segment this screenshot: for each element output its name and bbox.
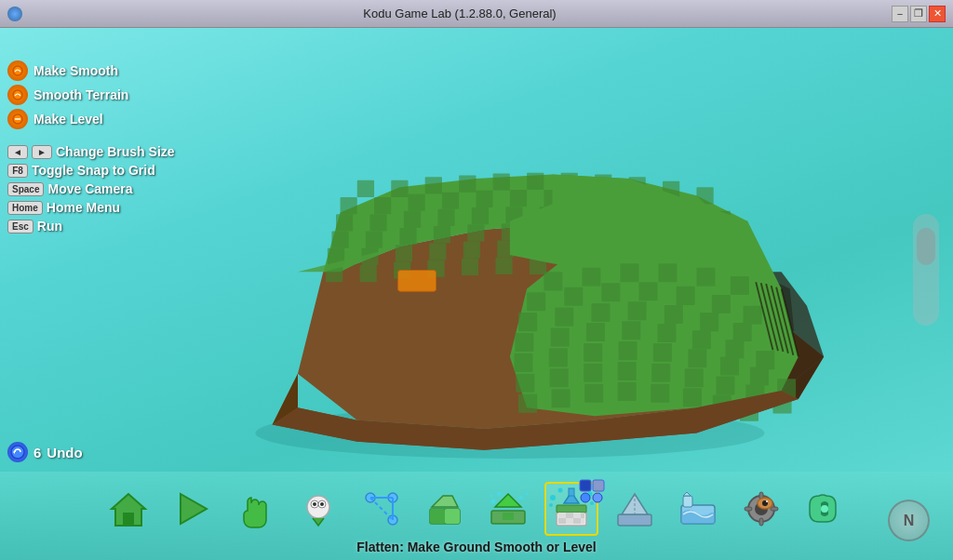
terrain-paint-icon [421,485,469,533]
tool-terrain-raise[interactable] [481,482,535,536]
home-icon [104,485,153,533]
tool-flatten[interactable] [544,482,598,536]
run-label: Run [37,219,62,233]
make-smooth-icon [7,60,28,81]
tool-paths[interactable] [355,482,409,536]
window-controls: − ❐ ✕ [892,6,946,22]
svg-rect-59 [463,242,480,259]
undo-count: 6 [34,445,41,460]
svg-rect-203 [771,507,778,511]
svg-rect-189 [566,518,573,524]
title-bar: Kodu Game Lab (1.2.88.0, General) − ❐ ✕ [0,0,953,28]
toolbar-icons [83,472,870,538]
svg-point-175 [558,487,563,492]
compass-display: N [888,500,930,541]
svg-rect-100 [664,305,683,324]
svg-point-152 [320,502,324,506]
svg-rect-44 [399,228,416,245]
svg-rect-83 [544,272,562,290]
toolbar-active-label: Flatten: Make Ground Smooth or Level [356,538,596,560]
svg-rect-181 [557,505,586,513]
svg-rect-92 [638,282,657,300]
svg-rect-109 [725,340,744,358]
svg-rect-160 [430,509,445,524]
svg-rect-202 [745,507,752,511]
tool-terrain-paint[interactable] [418,482,472,536]
tool-water[interactable] [671,482,725,536]
svg-point-176 [549,503,553,507]
svg-rect-125 [685,368,704,387]
menu-item-move-camera[interactable]: Space Move Camera [7,181,175,196]
svg-rect-88 [731,276,749,295]
water-icon [674,485,722,533]
svg-rect-20 [442,193,459,209]
svg-rect-161 [445,509,460,524]
play-icon [168,485,216,533]
svg-rect-186 [573,513,581,518]
menu-item-run[interactable]: Esc Run [7,219,175,233]
tool-home[interactable] [101,482,155,536]
svg-point-151 [313,502,316,506]
scroll-thumb [917,228,935,265]
terrain-spike-icon [611,485,659,533]
svg-rect-31 [404,211,421,228]
tool-settings[interactable] [734,482,788,536]
svg-rect-129 [518,394,537,413]
svg-rect-19 [408,193,424,210]
svg-rect-91 [601,283,620,301]
svg-rect-120 [516,374,534,393]
svg-marker-197 [683,492,691,496]
svg-rect-7 [391,180,408,197]
minimize-button[interactable]: − [892,6,908,22]
svg-rect-185 [566,513,573,518]
key-f8: F8 [7,164,28,178]
svg-rect-93 [677,287,695,305]
terrain-svg [112,102,925,467]
terrain-raise-icon [484,485,532,533]
svg-rect-131 [584,384,603,403]
menu-item-smooth-terrain[interactable]: Smooth Terrain [7,85,175,105]
svg-rect-191 [581,518,584,524]
smooth-terrain-label: Smooth Terrain [34,87,128,102]
svg-rect-57 [396,245,412,261]
svg-rect-46 [467,224,484,241]
svg-rect-190 [573,518,581,524]
svg-rect-21 [476,191,492,207]
tool-terrain-spike[interactable] [608,482,662,536]
svg-rect-130 [552,389,570,407]
svg-point-168 [519,496,523,500]
svg-point-1 [13,90,22,100]
smooth-terrain-icon [7,85,28,105]
window-title: Kodu Game Lab (1.2.88.0, General) [28,7,892,20]
menu-item-change-brush[interactable]: ◄ ► Change Brush Size [7,144,175,159]
menu-item-make-smooth[interactable]: Make Smooth [7,60,175,81]
svg-rect-29 [336,214,353,231]
svg-rect-133 [651,384,669,403]
svg-rect-9 [459,175,476,192]
compass: N [888,500,930,541]
svg-rect-97 [555,308,573,327]
tool-grab[interactable] [228,482,282,536]
tool-camera-move[interactable] [798,482,852,536]
change-brush-label: Change Brush Size [56,144,175,159]
restore-button[interactable]: ❐ [910,6,927,22]
svg-rect-99 [628,301,647,320]
menu-item-toggle-snap[interactable]: F8 Toggle Snap to Grid [7,163,175,178]
settings-icon [737,485,785,533]
tool-play[interactable] [165,482,219,536]
tool-object[interactable] [291,482,345,536]
svg-rect-123 [618,362,637,380]
svg-rect-10 [493,174,510,191]
svg-rect-58 [429,243,446,260]
svg-rect-72 [462,259,478,275]
svg-rect-146 [123,513,134,526]
close-button[interactable]: ✕ [929,6,946,22]
svg-rect-192 [618,514,651,526]
svg-rect-116 [688,349,706,367]
svg-rect-30 [369,214,386,231]
svg-rect-118 [750,367,769,385]
bottom-toolbar: Flatten: Make Ground Smooth or Level [0,472,953,560]
menu-item-make-level[interactable]: Make Level [7,109,175,129]
menu-item-home-menu[interactable]: Home Home Menu [7,200,175,215]
svg-point-169 [526,492,529,495]
